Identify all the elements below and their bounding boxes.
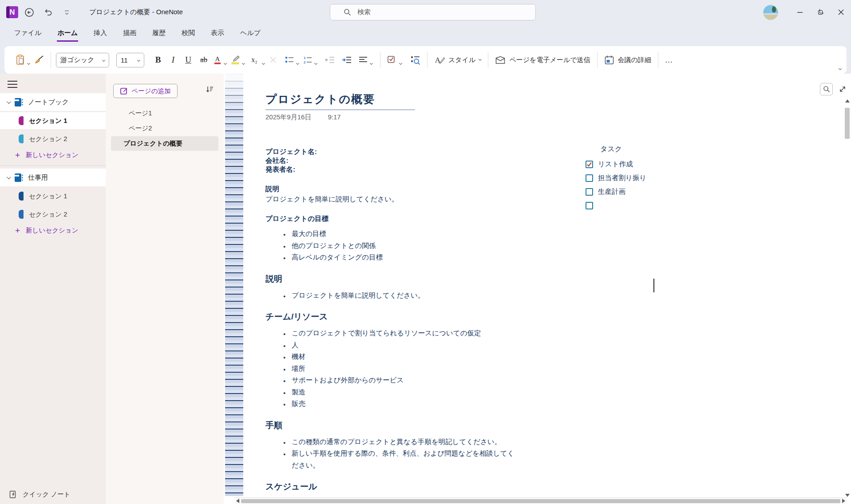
bullet-item[interactable]: ●サポートおよび外部からのサービス [265, 374, 519, 386]
sidebar-section-item[interactable]: セクション 1 [0, 112, 106, 129]
task-label[interactable]: リスト作成 [598, 160, 633, 169]
back-button[interactable] [22, 5, 37, 20]
horizontal-scrollbar[interactable] [234, 497, 847, 504]
menu-tab-ホーム[interactable]: ホーム [49, 24, 86, 44]
highlight-dropdown[interactable] [242, 58, 245, 66]
field-line[interactable]: 会社名: [265, 156, 603, 165]
task-checkbox[interactable] [586, 161, 593, 168]
subscript-dropdown[interactable] [262, 58, 265, 66]
menu-tab-描画[interactable]: 描画 [115, 24, 144, 44]
close-button[interactable] [831, 0, 851, 24]
font-size-combo[interactable]: 11 [116, 53, 144, 67]
menu-tab-ヘルプ[interactable]: ヘルプ [232, 24, 269, 44]
subscript-button[interactable]: x₂ [247, 52, 261, 67]
vertical-scrollbar[interactable] [843, 99, 851, 497]
bullet-item[interactable]: ●新しい手順を使用する際の、条件、利点、および問題などを相談してください。 [265, 448, 519, 471]
outdent-button[interactable] [323, 52, 336, 67]
bullet-item[interactable]: ●人 [265, 339, 519, 351]
quick-notes-button[interactable]: クイック ノート [9, 490, 71, 499]
bold-button[interactable]: B [150, 52, 166, 67]
restore-button[interactable] [810, 0, 831, 24]
italic-button[interactable]: I [166, 52, 181, 67]
bullet-item[interactable]: ●高レベルのタイミングの目標 [265, 252, 519, 264]
font-color-dropdown[interactable] [224, 58, 226, 66]
collapse-ribbon-button[interactable] [839, 63, 841, 71]
tag-dropdown[interactable] [400, 58, 402, 66]
bullet-item[interactable]: ●この種類の通常のプロジェクトと異なる手順を明記してください。 [265, 436, 519, 448]
indent-button[interactable] [340, 52, 353, 67]
menu-tab-履歴[interactable]: 履歴 [144, 24, 174, 44]
styles-button[interactable]: A スタイル [432, 55, 483, 65]
undo-button[interactable] [40, 5, 55, 20]
page-title[interactable]: プロジェクトの概要 [265, 91, 603, 106]
full-page-view-button[interactable] [837, 83, 848, 95]
align-button[interactable] [357, 52, 369, 67]
bullet-item[interactable]: ●最大の目標 [265, 228, 519, 240]
page-date[interactable]: 2025年9月16日 [265, 113, 311, 122]
section-heading[interactable]: チーム/リソース [265, 311, 603, 323]
notebook-item[interactable]: 仕事用 [0, 169, 106, 186]
format-painter-button[interactable] [32, 52, 46, 67]
page-list-item[interactable]: プロジェクトの概要 [111, 136, 218, 151]
task-checkbox[interactable] [586, 174, 593, 182]
tasks-title[interactable]: タスク [600, 145, 646, 154]
scroll-up-arrow[interactable] [845, 99, 850, 102]
menu-tab-ファイル[interactable]: ファイル [6, 24, 49, 44]
menu-tab-挿入[interactable]: 挿入 [86, 24, 115, 44]
search-input[interactable]: 検索 [330, 4, 536, 20]
scroll-left-arrow[interactable] [236, 499, 239, 503]
horizontal-scroll-thumb[interactable] [241, 499, 840, 503]
new-section-button[interactable]: +新しいセクション [0, 223, 106, 238]
highlight-button[interactable] [229, 52, 241, 67]
tag-button[interactable] [385, 52, 399, 67]
bullets-dropdown[interactable] [297, 58, 299, 66]
page-list-item[interactable]: ページ2 [111, 121, 218, 136]
numbering-dropdown[interactable] [315, 58, 317, 66]
underline-button[interactable]: U [181, 52, 196, 67]
bullet-item[interactable]: ●製造 [265, 386, 519, 398]
email-page-button[interactable]: ページを電子メールで送信 [493, 56, 592, 64]
field-line[interactable]: 発表者名: [265, 165, 603, 174]
align-dropdown[interactable] [370, 58, 372, 66]
paste-dropdown[interactable] [28, 58, 30, 66]
scroll-down-arrow[interactable] [845, 494, 850, 497]
sidebar-section-item[interactable]: セクション 2 [0, 130, 106, 147]
scroll-right-arrow[interactable] [842, 499, 845, 503]
account-avatar[interactable] [763, 5, 778, 20]
strikethrough-button[interactable]: ab [196, 52, 212, 67]
vertical-scroll-thumb[interactable] [845, 108, 850, 139]
bullet-item[interactable]: ●他のプロジェクトとの関係 [265, 240, 519, 252]
sort-pages-button[interactable] [206, 85, 214, 94]
section-heading[interactable]: プロジェクトの目標 [265, 214, 603, 223]
new-section-button[interactable]: +新しいセクション [0, 147, 106, 162]
sidebar-section-item[interactable]: セクション 1 [0, 188, 106, 205]
numbering-button[interactable]: 12 [301, 52, 314, 67]
section-heading[interactable]: 手順 [265, 420, 603, 431]
notebook-item[interactable]: ノートブック [0, 93, 106, 111]
paste-button[interactable] [14, 52, 27, 67]
bullet-item[interactable]: ●機材 [265, 351, 519, 363]
customize-qat-button[interactable] [59, 5, 74, 20]
task-checkbox[interactable] [586, 202, 593, 209]
bullets-button[interactable] [283, 52, 296, 67]
more-commands-button[interactable]: … [663, 52, 675, 67]
section-heading[interactable]: 説明 [265, 185, 603, 193]
navigation-menu-button[interactable] [8, 81, 17, 88]
bullet-item[interactable]: ●場所 [265, 363, 519, 375]
task-label[interactable]: 担当者割り振り [598, 173, 646, 183]
task-checkbox[interactable] [586, 188, 593, 196]
task-label[interactable]: 生産計画 [598, 187, 625, 197]
page-search-button[interactable] [820, 83, 833, 95]
bullet-item[interactable]: ●販売 [265, 398, 519, 410]
page-list-item[interactable]: ページ1 [111, 106, 218, 121]
menu-tab-表示[interactable]: 表示 [203, 24, 232, 44]
bullet-item[interactable]: ●プロジェクトを簡単に説明してください。 [265, 290, 519, 302]
section-heading[interactable]: 説明 [265, 273, 603, 285]
page-canvas[interactable]: プロジェクトの概要 2025年9月16日 9:17 プロジェクト名:会社名:発表… [224, 74, 851, 504]
font-name-combo[interactable]: 游ゴシック [56, 53, 109, 67]
minimize-button[interactable] [790, 0, 810, 24]
add-page-button[interactable]: ページの追加 [113, 84, 178, 98]
section-heading[interactable]: スケジュール [265, 481, 603, 492]
page-time[interactable]: 9:17 [328, 113, 340, 122]
bullet-item[interactable]: ●このプロジェクトで割り当てられるリソースについての仮定 [265, 327, 519, 339]
